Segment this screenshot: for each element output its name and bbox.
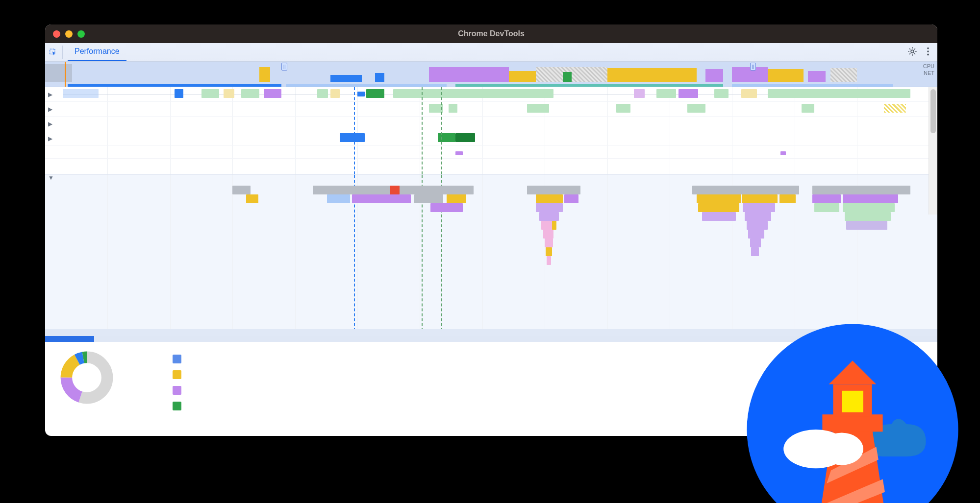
scrollbar-thumb[interactable] bbox=[930, 89, 936, 133]
chevron-right-icon[interactable]: ▶ bbox=[48, 91, 52, 98]
window-title: Chrome DevTools bbox=[45, 29, 937, 38]
svg-rect-13 bbox=[842, 391, 863, 412]
track-row[interactable]: ▶ bbox=[45, 117, 937, 131]
chevron-right-icon[interactable]: ▶ bbox=[48, 120, 52, 127]
track-row[interactable]: ▶ bbox=[45, 87, 937, 102]
chevron-right-icon[interactable]: ▶ bbox=[48, 135, 52, 142]
close-button[interactable] bbox=[53, 30, 60, 38]
window-controls bbox=[53, 30, 85, 38]
timing-marker bbox=[354, 87, 355, 174]
net-lane-label: NET bbox=[923, 70, 934, 76]
more-vert-icon[interactable] bbox=[923, 46, 933, 59]
legend-swatch bbox=[173, 355, 181, 363]
timing-marker bbox=[422, 87, 423, 174]
playhead-marker[interactable] bbox=[65, 62, 66, 87]
legend-swatch bbox=[173, 370, 181, 379]
track-row[interactable]: ▶ bbox=[45, 131, 937, 146]
overview-lane-labels: CPU NET bbox=[923, 63, 934, 76]
legend-swatch bbox=[173, 386, 181, 395]
svg-point-1 bbox=[911, 50, 914, 53]
svg-point-2 bbox=[927, 47, 929, 49]
zoom-button[interactable] bbox=[77, 30, 85, 38]
gear-icon[interactable] bbox=[907, 46, 918, 59]
track-row[interactable]: ▶ bbox=[45, 102, 937, 117]
tracks-area[interactable]: ▶ ▶ bbox=[45, 87, 937, 174]
selection-handle-left[interactable]: || bbox=[281, 63, 287, 71]
svg-point-3 bbox=[927, 50, 929, 52]
summary-donut-chart bbox=[60, 351, 114, 405]
vertical-scrollbar[interactable] bbox=[929, 87, 937, 215]
summary-legend bbox=[173, 355, 181, 410]
timing-marker bbox=[441, 87, 442, 174]
panel-toolbar: Performance bbox=[45, 43, 937, 62]
inspect-element-icon[interactable] bbox=[49, 46, 63, 59]
chevron-down-icon[interactable]: ▼ bbox=[48, 174, 54, 181]
svg-point-4 bbox=[927, 53, 929, 55]
minimize-button[interactable] bbox=[65, 30, 73, 38]
svg-rect-11 bbox=[822, 414, 882, 431]
lighthouse-icon bbox=[745, 322, 960, 503]
svg-point-15 bbox=[820, 433, 863, 465]
main-thread-flame-chart[interactable]: ▼ bbox=[45, 174, 937, 336]
cpu-lane-label: CPU bbox=[923, 63, 934, 70]
titlebar: Chrome DevTools bbox=[45, 24, 937, 43]
timeline-overview[interactable]: CPU NET || || bbox=[45, 62, 937, 87]
legend-swatch bbox=[173, 402, 181, 410]
tab-performance[interactable]: Performance bbox=[68, 43, 126, 61]
selection-handle-right[interactable]: || bbox=[750, 63, 756, 71]
chevron-right-icon[interactable]: ▶ bbox=[48, 106, 52, 113]
track-row[interactable] bbox=[45, 146, 937, 159]
